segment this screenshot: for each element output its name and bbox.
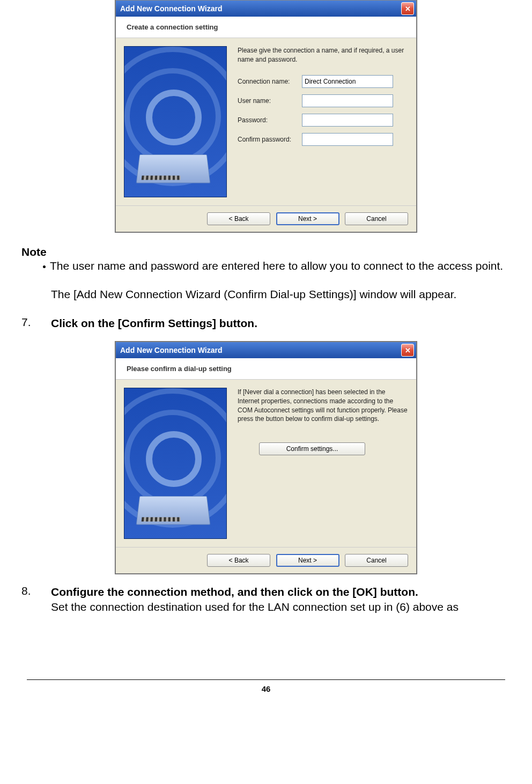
page-number: 46 [27,679,505,693]
wizard-graphic [124,388,227,539]
next-button[interactable]: Next > [276,212,339,225]
connection-name-label: Connection name: [238,78,302,85]
wizard-graphic [124,46,227,197]
window-title: Add New Connection Wizard [120,4,222,13]
dialog-create-connection: Add New Connection Wizard ✕ Create a con… [115,0,417,232]
confirm-password-input[interactable] [302,133,393,146]
step8-number: 8. [21,585,51,615]
username-input[interactable] [302,94,393,107]
cancel-button[interactable]: Cancel [345,212,408,225]
step7-text: Click on the [Confirm Settings] button. [51,316,511,331]
step8-text: Configure the connection method, and the… [51,585,511,615]
form-description: Please give the connection a name, and i… [238,46,408,64]
bullet-icon [43,265,46,268]
dialog-confirm-dialup: Add New Connection Wizard ✕ Please confi… [115,342,417,574]
form-description: If [Never dial a connection] has been se… [238,388,408,424]
titlebar: Add New Connection Wizard ✕ [116,1,416,17]
back-button[interactable]: < Back [207,212,270,225]
connection-name-input[interactable] [302,75,393,88]
note-followup: The [Add New Connection Wizard (Confirm … [21,287,511,302]
confirm-settings-button[interactable]: Confirm settings... [259,442,365,455]
dialog-subtitle: Create a connection setting [116,17,416,38]
dialog-subtitle: Please confirm a dial-up setting [116,358,416,380]
close-icon[interactable]: ✕ [401,344,414,357]
titlebar: Add New Connection Wizard ✕ [116,342,416,358]
password-label: Password: [238,116,302,124]
step7-number: 7. [21,316,51,331]
note-heading: Note [21,246,511,258]
back-button[interactable]: < Back [207,554,270,567]
confirm-password-label: Confirm password: [238,136,302,143]
window-title: Add New Connection Wizard [120,346,222,354]
cancel-button[interactable]: Cancel [345,554,408,567]
next-button[interactable]: Next > [276,554,339,567]
password-input[interactable] [302,114,393,127]
close-icon[interactable]: ✕ [401,2,414,15]
username-label: User name: [238,97,302,105]
note-bullet-text: The user name and password are entered h… [21,258,511,273]
